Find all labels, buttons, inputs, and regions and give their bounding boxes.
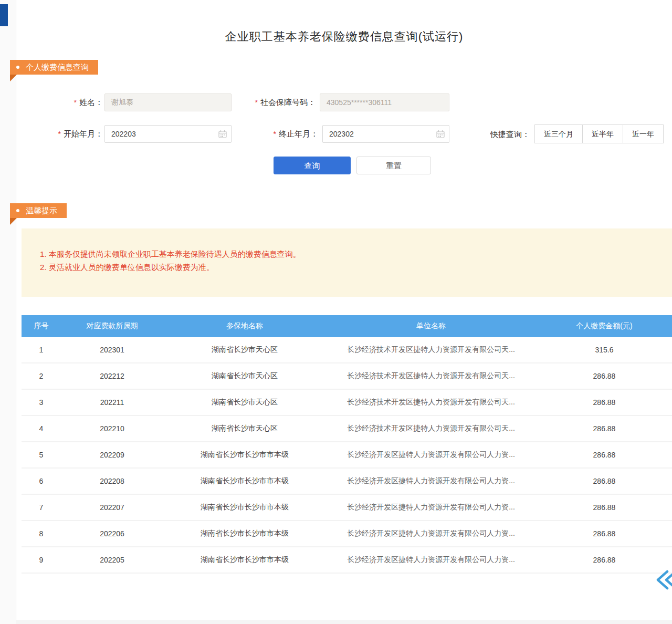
cell-period: 202209 <box>61 442 163 468</box>
bullet-icon <box>16 66 19 69</box>
cell-region: 湖南省长沙市天心区 <box>163 415 326 442</box>
end-month-field[interactable] <box>322 125 449 143</box>
cell-amount: 286.88 <box>536 521 672 547</box>
cell-index: 3 <box>22 389 61 415</box>
col-header-index: 序号 <box>22 315 61 337</box>
notice-line: 1. 本服务仅提供尚未领取企业职工基本养老保险待遇人员的缴费信息查询。 <box>40 247 662 261</box>
main-panel: 企业职工基本养老保险缴费信息查询(试运行) 个人缴费信息查询 *姓名： *社会保… <box>16 0 672 624</box>
cell-amount: 286.88 <box>536 442 672 468</box>
cell-region: 湖南省长沙市天心区 <box>163 363 326 389</box>
table-body: 1202301湖南省长沙市天心区长沙经济技术开发区捷特人力资源开发有限公司天..… <box>22 337 672 573</box>
cell-index: 5 <box>22 442 61 468</box>
quick-query-group: 近三个月 近半年 近一年 <box>535 124 664 143</box>
cell-amount: 286.88 <box>536 363 672 389</box>
section-header-tips: 温馨提示 <box>10 203 67 218</box>
cell-region: 湖南省长沙市长沙市市本级 <box>163 547 326 573</box>
quick-btn-last-year[interactable]: 近一年 <box>623 124 664 143</box>
calendar-icon[interactable] <box>436 130 445 138</box>
table-header-row: 序号 对应费款所属期 参保地名称 单位名称 个人缴费金额(元) <box>22 315 672 337</box>
col-header-period: 对应费款所属期 <box>61 315 163 337</box>
ribbon-fold <box>10 218 17 225</box>
cell-company: 长沙经济开发区捷特人力资源开发有限公司人力资... <box>326 442 536 468</box>
section-label: 温馨提示 <box>26 206 57 216</box>
ssn-label: *社会保障号码： <box>226 93 316 111</box>
table-row: 6202208湖南省长沙市长沙市市本级长沙经济开发区捷特人力资源开发有限公司人力… <box>22 468 672 494</box>
left-rail <box>0 0 16 624</box>
bottom-bar <box>16 620 672 624</box>
table-row: 1202301湖南省长沙市天心区长沙经济技术开发区捷特人力资源开发有限公司天..… <box>22 337 672 363</box>
table-row: 3202211湖南省长沙市天心区长沙经济技术开发区捷特人力资源开发有限公司天..… <box>22 389 672 415</box>
cell-amount: 286.88 <box>536 415 672 442</box>
cell-period: 202207 <box>61 494 163 521</box>
cell-index: 6 <box>22 468 61 494</box>
cell-amount: 286.88 <box>536 494 672 521</box>
section-label: 个人缴费信息查询 <box>26 63 89 72</box>
reset-button[interactable]: 重置 <box>356 157 431 174</box>
table-row: 8202206湖南省长沙市长沙市市本级长沙经济开发区捷特人力资源开发有限公司人力… <box>22 521 672 547</box>
cell-region: 湖南省长沙市天心区 <box>163 389 326 415</box>
start-month-label: *开始年月： <box>37 125 103 143</box>
required-asterisk: * <box>274 130 276 138</box>
quick-btn-last-half-year[interactable]: 近半年 <box>582 124 623 143</box>
table-row: 2202212湖南省长沙市天心区长沙经济技术开发区捷特人力资源开发有限公司天..… <box>22 363 672 389</box>
quick-query-label: 快捷查询： <box>473 125 530 144</box>
cell-company: 长沙经济开发区捷特人力资源开发有限公司人力资... <box>326 494 536 521</box>
calendar-icon[interactable] <box>218 130 227 138</box>
quick-btn-last-3-months[interactable]: 近三个月 <box>534 124 583 143</box>
sidebar-tab[interactable] <box>0 4 8 26</box>
required-asterisk: * <box>255 98 258 107</box>
table-row: 7202207湖南省长沙市长沙市市本级长沙经济开发区捷特人力资源开发有限公司人力… <box>22 494 672 521</box>
bullet-icon <box>16 209 19 212</box>
cell-region: 湖南省长沙市天心区 <box>163 337 326 363</box>
cell-index: 1 <box>22 337 61 363</box>
cell-company: 长沙经济开发区捷特人力资源开发有限公司人力资... <box>326 521 536 547</box>
ssn-field[interactable] <box>320 93 449 111</box>
cell-index: 7 <box>22 494 61 521</box>
required-asterisk: * <box>74 98 77 107</box>
table-row: 5202209湖南省长沙市长沙市市本级长沙经济开发区捷特人力资源开发有限公司人力… <box>22 442 672 468</box>
cell-company: 长沙经济技术开发区捷特人力资源开发有限公司天... <box>326 337 536 363</box>
table-row: 9202205湖南省长沙市长沙市市本级长沙经济开发区捷特人力资源开发有限公司人力… <box>22 547 672 573</box>
cell-amount: 286.88 <box>536 389 672 415</box>
cell-company: 长沙经济技术开发区捷特人力资源开发有限公司天... <box>326 363 536 389</box>
cell-amount: 286.88 <box>536 547 672 573</box>
cell-period: 202301 <box>61 337 163 363</box>
cell-period: 202210 <box>61 415 163 442</box>
cell-period: 202212 <box>61 363 163 389</box>
name-label: *姓名： <box>37 93 103 111</box>
name-field[interactable] <box>104 93 232 111</box>
cell-region: 湖南省长沙市长沙市市本级 <box>163 521 326 547</box>
cell-company: 长沙经济开发区捷特人力资源开发有限公司人力资... <box>326 547 536 573</box>
cell-region: 湖南省长沙市长沙市市本级 <box>163 468 326 494</box>
notice-box: 1. 本服务仅提供尚未领取企业职工基本养老保险待遇人员的缴费信息查询。 2. 灵… <box>22 228 672 297</box>
start-month-field[interactable] <box>104 125 232 143</box>
cell-amount: 315.6 <box>536 337 672 363</box>
cell-period: 202211 <box>61 389 163 415</box>
col-header-region: 参保地名称 <box>163 315 326 337</box>
query-button[interactable]: 查询 <box>274 157 351 174</box>
ribbon-fold <box>10 75 17 81</box>
required-asterisk: * <box>58 130 61 138</box>
collapse-double-chevron-icon[interactable] <box>656 569 672 591</box>
cell-company: 长沙经济开发区捷特人力资源开发有限公司人力资... <box>326 468 536 494</box>
col-header-company: 单位名称 <box>326 315 536 337</box>
cell-amount: 286.88 <box>536 468 672 494</box>
section-header-personal-query: 个人缴费信息查询 <box>10 60 98 75</box>
cell-period: 202205 <box>61 547 163 573</box>
cell-company: 长沙经济技术开发区捷特人力资源开发有限公司天... <box>326 415 536 442</box>
page-title: 企业职工基本养老保险缴费信息查询(试运行) <box>16 29 672 45</box>
cell-region: 湖南省长沙市长沙市市本级 <box>163 442 326 468</box>
cell-index: 4 <box>22 415 61 442</box>
col-header-amount: 个人缴费金额(元) <box>536 315 672 337</box>
cell-company: 长沙经济技术开发区捷特人力资源开发有限公司天... <box>326 389 536 415</box>
end-month-label: *终止年月： <box>232 125 318 143</box>
start-month-picker <box>104 125 232 143</box>
cell-period: 202208 <box>61 468 163 494</box>
table-row: 4202210湖南省长沙市天心区长沙经济技术开发区捷特人力资源开发有限公司天..… <box>22 415 672 442</box>
end-month-picker <box>322 125 449 143</box>
cell-region: 湖南省长沙市长沙市市本级 <box>163 494 326 521</box>
cell-index: 2 <box>22 363 61 389</box>
notice-line: 2. 灵活就业人员的缴费单位信息以实际缴费为准。 <box>40 261 662 274</box>
results-table: 序号 对应费款所属期 参保地名称 单位名称 个人缴费金额(元) 1202301湖… <box>22 315 672 574</box>
cell-index: 9 <box>22 547 61 573</box>
